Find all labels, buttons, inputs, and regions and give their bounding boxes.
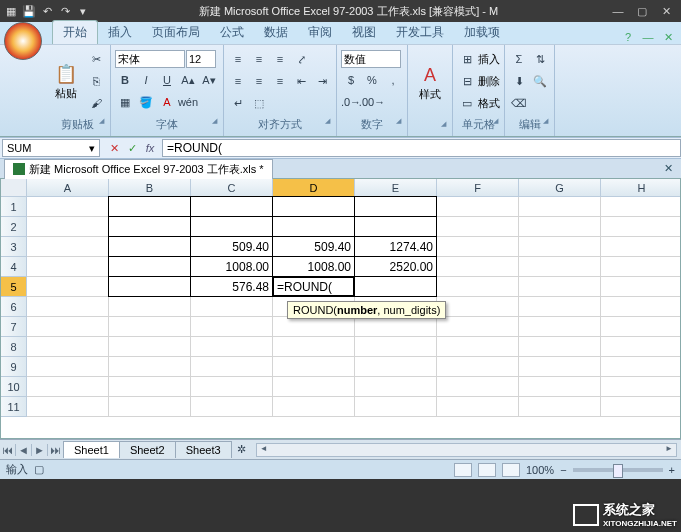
- cell-E2[interactable]: [354, 216, 437, 237]
- cell-B5[interactable]: [108, 276, 191, 297]
- tab-addins[interactable]: 加载项: [454, 21, 510, 44]
- cell-C9[interactable]: [191, 357, 273, 377]
- sort-icon[interactable]: ⇅: [530, 49, 550, 69]
- cell-C5[interactable]: 576.48: [190, 276, 273, 297]
- tab-dev[interactable]: 开发工具: [386, 21, 454, 44]
- cell-B4[interactable]: [108, 256, 191, 277]
- bold-button[interactable]: B: [115, 70, 135, 90]
- cell-B6[interactable]: [109, 297, 191, 317]
- cell-A9[interactable]: [27, 357, 109, 377]
- italic-button[interactable]: I: [136, 70, 156, 90]
- align-bottom-icon[interactable]: ≡: [270, 49, 290, 69]
- cell-D4[interactable]: 1008.00: [272, 256, 355, 277]
- dec-decimal-icon[interactable]: .00→: [362, 92, 382, 112]
- insert-label[interactable]: 插入: [478, 52, 500, 67]
- cell-A11[interactable]: [27, 397, 109, 417]
- select-all-corner[interactable]: [1, 179, 27, 197]
- cell-B7[interactable]: [109, 317, 191, 337]
- zoom-in-icon[interactable]: +: [669, 464, 675, 476]
- cell-F7[interactable]: [437, 317, 519, 337]
- phonetic-icon[interactable]: wén: [178, 92, 198, 112]
- cell-F6[interactable]: [437, 297, 519, 317]
- workbook-close-icon[interactable]: ✕: [656, 162, 681, 175]
- tooltip-arg[interactable]: number: [337, 304, 377, 316]
- cell-F8[interactable]: [437, 337, 519, 357]
- cell-H9[interactable]: [601, 357, 681, 377]
- zoom-slider[interactable]: [573, 468, 663, 472]
- help-icon[interactable]: ?: [619, 31, 637, 44]
- cell-D9[interactable]: [273, 357, 355, 377]
- cell-B10[interactable]: [109, 377, 191, 397]
- cell-A1[interactable]: [27, 197, 109, 217]
- cell-F5[interactable]: [437, 277, 519, 297]
- orientation-icon[interactable]: ⤤: [291, 49, 311, 69]
- row-header-6[interactable]: 6: [1, 297, 27, 317]
- tab-formula[interactable]: 公式: [210, 21, 254, 44]
- font-name-combo[interactable]: 宋体: [115, 50, 185, 68]
- ribbon-close-icon[interactable]: ✕: [659, 31, 677, 44]
- col-header-D[interactable]: D: [273, 179, 355, 197]
- cell-C3[interactable]: 509.40: [190, 236, 273, 257]
- view-break-icon[interactable]: [502, 463, 520, 477]
- cell-A7[interactable]: [27, 317, 109, 337]
- cell-G11[interactable]: [519, 397, 601, 417]
- cell-E1[interactable]: [354, 196, 437, 217]
- cell-H6[interactable]: [601, 297, 681, 317]
- percent-icon[interactable]: %: [362, 70, 382, 90]
- align-top-icon[interactable]: ≡: [228, 49, 248, 69]
- tab-data[interactable]: 数据: [254, 21, 298, 44]
- cell-E7[interactable]: [355, 317, 437, 337]
- cell-H10[interactable]: [601, 377, 681, 397]
- fill-icon[interactable]: ⬇: [509, 71, 529, 91]
- cell-C11[interactable]: [191, 397, 273, 417]
- workbook-tab[interactable]: 新建 Microsoft Office Excel 97-2003 工作表.xl…: [4, 159, 273, 179]
- cell-A6[interactable]: [27, 297, 109, 317]
- cell-H1[interactable]: [601, 197, 681, 217]
- cell-E11[interactable]: [355, 397, 437, 417]
- cell-A4[interactable]: [27, 257, 109, 277]
- row-header-4[interactable]: 4: [1, 257, 27, 277]
- comma-icon[interactable]: ,: [383, 70, 403, 90]
- cell-F1[interactable]: [437, 197, 519, 217]
- cell-C4[interactable]: 1008.00: [190, 256, 273, 277]
- cell-E4[interactable]: 2520.00: [354, 256, 437, 277]
- cell-G2[interactable]: [519, 217, 601, 237]
- minimize-button[interactable]: —: [607, 3, 629, 19]
- cell-B8[interactable]: [109, 337, 191, 357]
- grid[interactable]: ABCDEFGH 1234567891011 509.40509.401274.…: [0, 179, 681, 439]
- insert-cell-icon[interactable]: ⊞: [457, 49, 477, 69]
- row-header-11[interactable]: 11: [1, 397, 27, 417]
- enter-icon[interactable]: ✓: [124, 142, 140, 155]
- close-button[interactable]: ✕: [655, 3, 677, 19]
- cell-A2[interactable]: [27, 217, 109, 237]
- view-layout-icon[interactable]: [478, 463, 496, 477]
- border-icon[interactable]: ▦: [115, 92, 135, 112]
- cell-H8[interactable]: [601, 337, 681, 357]
- zoom-out-icon[interactable]: −: [560, 464, 566, 476]
- row-header-8[interactable]: 8: [1, 337, 27, 357]
- sheet-tab-2[interactable]: Sheet2: [119, 441, 176, 458]
- sheet-first-icon[interactable]: ⏮: [0, 444, 16, 456]
- cell-G10[interactable]: [519, 377, 601, 397]
- view-normal-icon[interactable]: [454, 463, 472, 477]
- cell-A8[interactable]: [27, 337, 109, 357]
- row-header-1[interactable]: 1: [1, 197, 27, 217]
- function-tooltip[interactable]: ROUND(number, num_digits): [287, 301, 446, 319]
- cell-B1[interactable]: [108, 196, 191, 217]
- ribbon-min-icon[interactable]: —: [639, 31, 657, 44]
- cell-F2[interactable]: [437, 217, 519, 237]
- cell-D2[interactable]: [272, 216, 355, 237]
- delete-label[interactable]: 删除: [478, 74, 500, 89]
- cell-A10[interactable]: [27, 377, 109, 397]
- office-button[interactable]: [4, 22, 42, 60]
- font-color-icon[interactable]: A: [157, 92, 177, 112]
- cell-E9[interactable]: [355, 357, 437, 377]
- cell-B9[interactable]: [109, 357, 191, 377]
- row-header-10[interactable]: 10: [1, 377, 27, 397]
- cell-D7[interactable]: [273, 317, 355, 337]
- col-header-F[interactable]: F: [437, 179, 519, 197]
- autosum-icon[interactable]: Σ: [509, 49, 529, 69]
- col-header-E[interactable]: E: [355, 179, 437, 197]
- col-header-H[interactable]: H: [601, 179, 681, 197]
- align-middle-icon[interactable]: ≡: [249, 49, 269, 69]
